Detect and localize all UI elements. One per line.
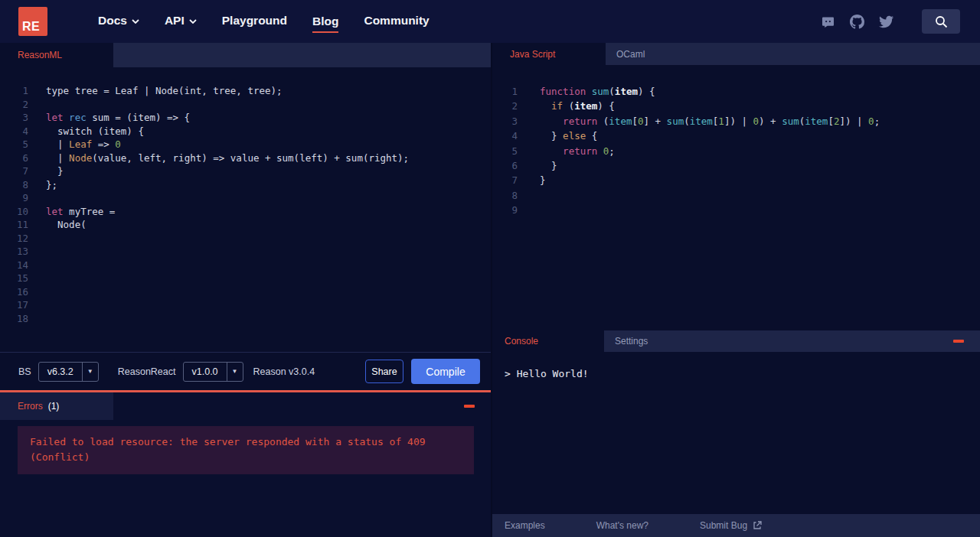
code-line[interactable]: 12 [0, 232, 491, 246]
main-split: ReasonML 1type tree = Leaf | Node(int, t… [0, 43, 980, 537]
code-line[interactable]: 6 } [492, 158, 980, 173]
code-text: } [46, 164, 64, 178]
share-button[interactable]: Share [365, 360, 403, 383]
code-line[interactable]: 4 switch (item) { [0, 125, 491, 138]
search-button[interactable] [922, 9, 960, 34]
code-line[interactable]: 7 } [0, 164, 491, 178]
compile-button[interactable]: Compile [411, 359, 480, 384]
collapse-errors-icon[interactable] [464, 405, 475, 408]
code-line[interactable]: 9 [492, 203, 980, 217]
error-message-line: Failed to load resource: the server resp… [30, 434, 462, 450]
tab-settings[interactable]: Settings [604, 330, 648, 352]
line-number: 5 [492, 144, 518, 158]
code-text: return (item[0] + sum(item[1]) | 0) + su… [540, 114, 880, 129]
code-line[interactable]: 2 if (item) { [492, 99, 980, 113]
footer-link-whatsnew[interactable]: What's new? [596, 520, 648, 531]
code-text: let myTree = [46, 205, 115, 219]
code-text: }; [46, 178, 57, 192]
line-number: 1 [492, 84, 518, 99]
line-number: 9 [492, 203, 518, 217]
code-line[interactable]: 6 | Node(value, left, right) => value + … [0, 151, 491, 165]
bs-version-value: v6.3.2 [39, 366, 82, 377]
tab-javascript[interactable]: Java Script [492, 43, 606, 65]
code-line[interactable]: 4 } else { [492, 129, 980, 143]
code-line[interactable]: 8}; [0, 178, 491, 192]
code-line[interactable]: 7} [492, 173, 980, 187]
code-line[interactable]: 2 [0, 98, 491, 112]
line-number: 3 [0, 111, 28, 125]
nav-item-blog[interactable]: Blog [312, 15, 338, 33]
code-line[interactable]: 5 return 0; [492, 144, 980, 158]
code-line[interactable]: 8 [492, 188, 980, 203]
code-line[interactable]: 9 [0, 191, 491, 205]
output-pane: Java Script OCaml 1function sum(item) {2… [492, 43, 980, 537]
error-message: Failed to load resource: the server resp… [18, 426, 474, 474]
nav-item-label: Blog [312, 15, 338, 28]
chevron-down-icon: ▼ [227, 363, 243, 381]
code-line[interactable]: 15 [0, 272, 491, 285]
code-line[interactable]: 10let myTree = [0, 205, 491, 219]
collapse-console-icon[interactable] [953, 340, 964, 343]
line-number: 11 [0, 218, 28, 232]
twitter-icon[interactable] [879, 15, 893, 29]
reason-code-editor[interactable]: 1type tree = Leaf | Node(int, tree, tree… [0, 67, 491, 352]
nav-item-playground[interactable]: Playground [222, 14, 287, 29]
code-line[interactable]: 5 | Leaf => 0 [0, 138, 491, 151]
code-line[interactable]: 14 [0, 259, 491, 272]
code-text: type tree = Leaf | Node(int, tree, tree)… [46, 84, 283, 98]
tab-ocaml[interactable]: OCaml [606, 43, 645, 65]
reasonreact-label: ReasonReact [118, 366, 176, 377]
line-number: 14 [0, 259, 28, 272]
line-number: 8 [492, 188, 518, 203]
line-number: 7 [0, 164, 28, 178]
code-line[interactable]: 3let rec sum = (item) => { [0, 111, 491, 125]
github-icon[interactable] [850, 15, 864, 29]
code-text: } [540, 158, 557, 173]
line-number: 13 [0, 245, 28, 259]
line-number: 5 [0, 138, 28, 151]
footer-bar: ExamplesWhat's new?Submit Bug [492, 514, 980, 537]
tab-errors[interactable]: Errors (1) [0, 392, 113, 420]
tab-console[interactable]: Console [492, 330, 604, 352]
compile-toolbar: BS v6.3.2 ▼ ReasonReact v1.0.0 ▼ Reason … [0, 352, 491, 390]
footer-link-submitbug[interactable]: Submit Bug [700, 520, 762, 531]
error-message-line: (Conflict) [30, 450, 462, 465]
nav-item-api[interactable]: API [165, 14, 197, 29]
code-line[interactable]: 1function sum(item) { [492, 84, 980, 99]
discord-icon[interactable] [821, 15, 835, 29]
js-code-editor[interactable]: 1function sum(item) {2 if (item) {3 retu… [492, 65, 980, 330]
code-text: if (item) { [540, 99, 615, 113]
code-line[interactable]: 13 [0, 245, 491, 259]
reason-logo[interactable]: RE [18, 7, 47, 36]
code-line[interactable]: 16 [0, 285, 491, 299]
code-text: | Leaf => 0 [46, 138, 121, 151]
nav-item-label: Community [364, 14, 429, 28]
code-text: Node( [46, 218, 87, 232]
chevron-down-icon [189, 19, 197, 24]
footer-link-label: Examples [505, 520, 545, 531]
top-navbar: RE DocsAPIPlaygroundBlogCommunity [0, 0, 980, 43]
bs-label: BS [18, 366, 31, 377]
nav-item-label: API [165, 14, 185, 28]
code-line[interactable]: 17 [0, 298, 491, 312]
code-line[interactable]: 1type tree = Leaf | Node(int, tree, tree… [0, 84, 491, 98]
nav-menu: DocsAPIPlaygroundBlogCommunity [98, 14, 430, 29]
code-text: } else { [540, 129, 597, 143]
footer-link-examples[interactable]: Examples [505, 520, 545, 531]
line-number: 2 [492, 99, 518, 113]
reasonreact-version-select[interactable]: v1.0.0 ▼ [183, 362, 243, 382]
tab-reasonml[interactable]: ReasonML [0, 43, 113, 67]
code-line[interactable]: 11 Node( [0, 218, 491, 232]
nav-item-community[interactable]: Community [364, 14, 429, 29]
bs-version-select[interactable]: v6.3.2 ▼ [38, 362, 99, 382]
code-line[interactable]: 3 return (item[0] + sum(item[1]) | 0) + … [492, 114, 980, 129]
code-text: switch (item) { [46, 125, 144, 138]
footer-link-label: What's new? [596, 520, 648, 531]
code-text: | Node(value, left, right) => value + su… [46, 151, 409, 165]
console-output: > Hello World! [492, 352, 980, 514]
external-link-icon [753, 521, 762, 530]
nav-item-docs[interactable]: Docs [98, 14, 139, 29]
nav-item-label: Docs [98, 14, 127, 28]
code-text: } [540, 173, 546, 187]
code-line[interactable]: 18 [0, 312, 491, 326]
